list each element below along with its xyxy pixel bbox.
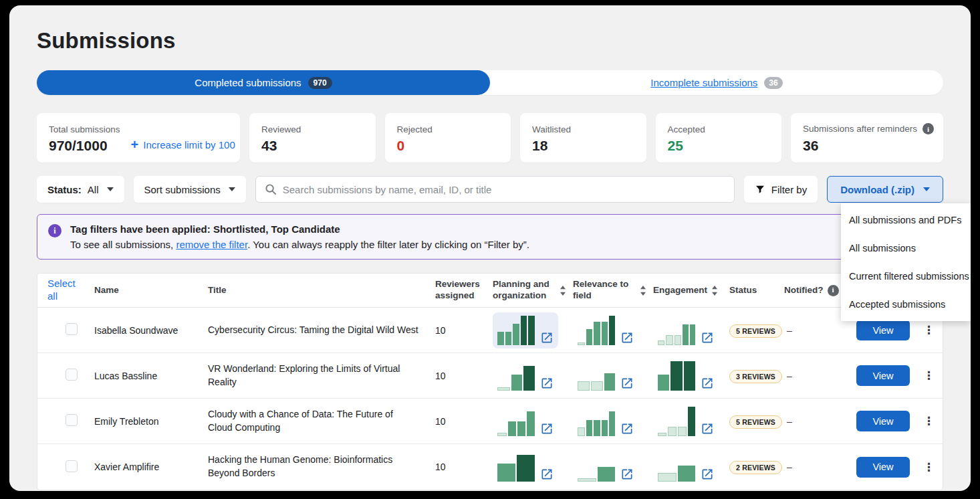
info-icon[interactable]: i <box>923 123 934 134</box>
external-link-icon[interactable] <box>540 377 554 390</box>
filter-by-button[interactable]: Filter by <box>744 176 818 203</box>
kebab-menu-icon[interactable]: ⋮ <box>923 415 935 427</box>
row-checkbox[interactable] <box>66 414 78 426</box>
banner-line2: To see all submissions, remove the filte… <box>70 239 529 250</box>
sort-icon[interactable] <box>640 286 646 296</box>
view-button[interactable]: View <box>856 411 910 431</box>
tab-completed-submissions[interactable]: Completed submissions 970 <box>37 70 490 95</box>
header-notified: Notified? i <box>784 285 847 296</box>
status-filter-dropdown[interactable]: Status: All <box>37 176 124 203</box>
header-status: Status <box>729 285 784 296</box>
external-link-icon[interactable] <box>701 468 714 481</box>
histogram-bar <box>586 329 592 345</box>
table-row: Isabella Soundwave Cybersecurity Circus:… <box>37 308 943 353</box>
header-name: Name <box>94 285 208 296</box>
increase-limit-link[interactable]: +Increase limit by 100 <box>131 138 235 154</box>
stat-value: 25 <box>668 138 705 154</box>
header-reviewers-assigned: Reviewers assigned <box>435 279 493 302</box>
external-link-icon[interactable] <box>540 422 554 435</box>
search-input[interactable] <box>283 184 725 195</box>
status-filter-prefix: Status: <box>47 184 82 195</box>
info-icon[interactable]: i <box>828 285 839 296</box>
select-all-link[interactable]: Select all <box>37 278 88 303</box>
plus-icon: + <box>131 138 139 151</box>
stat-label: Submissions after reminders <box>803 124 917 134</box>
histogram-bar <box>511 375 523 391</box>
remove-filter-link[interactable]: remove the filter <box>176 239 247 250</box>
histogram-bar <box>527 411 535 436</box>
row-checkbox[interactable] <box>66 460 78 472</box>
external-link-icon[interactable] <box>620 422 634 435</box>
download-menu-item[interactable]: Accepted submissions <box>841 290 971 318</box>
row-checkbox[interactable] <box>66 323 78 335</box>
banner-line1: Tag filters have been applied: Shortlist… <box>70 223 529 235</box>
download-menu-item[interactable]: All submissions and PDFs <box>841 206 971 234</box>
search-icon <box>265 183 277 195</box>
submission-name: Lucas Bassline <box>94 371 208 381</box>
kebab-menu-icon[interactable]: ⋮ <box>923 324 935 336</box>
stat-card: Rejected0 <box>385 113 511 163</box>
header-engagement-label: Engagement <box>653 285 707 296</box>
table-header-row: Select all Name Title Reviewers assigned… <box>37 274 943 308</box>
stat-card: Waitlisted18 <box>520 113 646 163</box>
row-checkbox[interactable] <box>66 369 78 381</box>
submissions-table: Select all Name Title Reviewers assigned… <box>37 273 943 490</box>
histogram-bar <box>594 322 600 345</box>
histogram-bar <box>578 478 596 482</box>
histogram-bar <box>497 332 504 345</box>
relevance-score-cell <box>573 358 653 394</box>
table-row: Lucas Bassline VR Wonderland: Exploring … <box>37 353 943 399</box>
header-engagement[interactable]: Engagement <box>653 285 729 296</box>
stat-card: Submissions after remindersi36 <box>791 113 943 163</box>
submissions-tabs: Completed submissions 970 Incomplete sub… <box>37 70 943 95</box>
tab-completed-label: Completed submissions <box>195 77 301 88</box>
histogram-bar <box>690 324 695 345</box>
submission-title: Hacking the Human Genome: Bioinformatics… <box>208 454 435 480</box>
external-link-icon[interactable] <box>620 468 634 481</box>
histogram-bar <box>666 335 672 345</box>
kebab-menu-icon[interactable]: ⋮ <box>923 370 935 381</box>
histogram-bar <box>609 411 615 436</box>
view-button[interactable]: View <box>856 365 910 386</box>
histogram-bar <box>602 420 608 436</box>
histogram-bar <box>670 361 682 391</box>
view-button[interactable]: View <box>856 320 910 340</box>
view-button[interactable]: View <box>856 457 910 478</box>
chevron-down-icon <box>107 187 114 191</box>
histogram-bar <box>528 316 535 345</box>
tab-incomplete-label[interactable]: Incomplete submissions <box>650 77 757 88</box>
external-link-icon[interactable] <box>620 331 634 344</box>
header-relevance[interactable]: Relevance to field <box>573 279 653 302</box>
histogram-bar <box>586 420 592 436</box>
external-link-icon[interactable] <box>540 331 554 344</box>
histogram-bar <box>523 366 535 391</box>
app-window: Submissions Completed submissions 970 In… <box>9 5 971 491</box>
download-zip-button[interactable]: Download (.zip) <box>827 176 943 203</box>
sort-icon[interactable] <box>711 286 718 296</box>
histogram-bar <box>513 324 519 345</box>
external-link-icon[interactable] <box>701 422 714 435</box>
kebab-menu-icon[interactable]: ⋮ <box>923 462 935 473</box>
external-link-icon[interactable] <box>701 377 714 390</box>
download-menu-item[interactable]: All submissions <box>841 234 971 262</box>
external-link-icon[interactable] <box>701 331 714 344</box>
reviewers-assigned-value: 10 <box>435 325 493 336</box>
engagement-score-cell <box>653 312 729 348</box>
header-planning[interactable]: Planning and organization <box>493 279 573 302</box>
histogram-bar <box>521 316 527 345</box>
sort-submissions-dropdown[interactable]: Sort submissions <box>134 176 246 203</box>
histogram-bar <box>517 455 535 482</box>
stat-value: 43 <box>261 138 301 154</box>
planning-histogram <box>493 403 558 439</box>
external-link-icon[interactable] <box>620 377 634 390</box>
sort-icon[interactable] <box>560 286 566 296</box>
external-link-icon[interactable] <box>540 468 554 481</box>
download-menu-item[interactable]: Current filtered submissions <box>841 262 971 290</box>
planning-histogram <box>493 358 558 394</box>
tab-incomplete-submissions[interactable]: Incomplete submissions 36 <box>490 70 943 95</box>
relevance-score-cell <box>573 312 653 348</box>
histogram-bar <box>508 421 516 436</box>
histogram-bar <box>497 433 507 436</box>
stat-value: 36 <box>803 138 934 154</box>
reviewers-assigned-value: 10 <box>435 416 493 427</box>
